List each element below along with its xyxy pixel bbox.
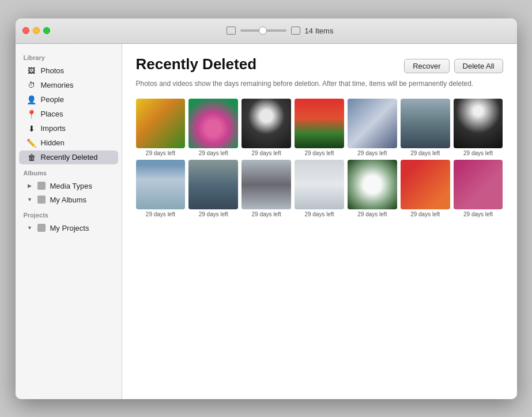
item-count: 14 Items bbox=[305, 27, 334, 35]
photo-thumb-14 bbox=[454, 160, 503, 209]
sidebar-item-media-types[interactable]: ▶ Media Types bbox=[19, 179, 118, 193]
photo-days-6: 29 days left bbox=[410, 150, 440, 156]
sidebar: Library 🖼 Photos ⏱ Memories 👤 People 📍 P… bbox=[16, 44, 122, 399]
sidebar-my-albums-label: My Albums bbox=[50, 196, 87, 204]
places-icon: 📍 bbox=[27, 110, 36, 119]
photo-item-14[interactable]: 29 days left bbox=[454, 160, 503, 217]
photo-days-5: 29 days left bbox=[357, 150, 387, 156]
sidebar-item-photos[interactable]: 🖼 Photos bbox=[19, 64, 118, 78]
my-projects-disclosure: ▼ bbox=[27, 225, 33, 231]
recover-button[interactable]: Recover bbox=[404, 59, 449, 73]
photo-days-14: 29 days left bbox=[463, 211, 493, 217]
sidebar-item-hidden[interactable]: ✏️ Hidden bbox=[19, 136, 118, 150]
photo-days-10: 29 days left bbox=[252, 211, 281, 217]
main-content: Recently Deleted Recover Delete All Phot… bbox=[122, 44, 517, 399]
sidebar-imports-label: Imports bbox=[41, 124, 66, 133]
photo-thumb-7 bbox=[454, 99, 503, 148]
hidden-icon: ✏️ bbox=[27, 138, 36, 148]
photo-item-13[interactable]: 29 days left bbox=[401, 160, 450, 217]
photo-days-7: 29 days left bbox=[463, 150, 493, 156]
header-buttons: Recover Delete All bbox=[404, 59, 503, 73]
sidebar-item-people[interactable]: 👤 People bbox=[19, 93, 118, 107]
photo-thumb-1 bbox=[136, 99, 186, 148]
photo-days-8: 29 days left bbox=[146, 211, 175, 217]
photo-item-6[interactable]: 29 days left bbox=[401, 99, 450, 156]
sidebar-item-memories[interactable]: ⏱ Memories bbox=[19, 78, 118, 92]
photo-thumb-6 bbox=[401, 99, 450, 148]
close-button[interactable] bbox=[22, 27, 29, 34]
photo-thumb-9 bbox=[188, 160, 238, 209]
photo-days-1: 29 days left bbox=[146, 150, 175, 156]
zoom-slider[interactable] bbox=[240, 29, 286, 32]
photo-item-3[interactable]: 29 days left bbox=[242, 99, 291, 156]
photo-days-9: 29 days left bbox=[199, 211, 228, 217]
albums-section-label: Albums bbox=[16, 165, 122, 179]
photo-days-11: 29 days left bbox=[304, 211, 334, 217]
sidebar-recently-deleted-label: Recently Deleted bbox=[41, 153, 98, 161]
sidebar-photos-label: Photos bbox=[41, 66, 64, 75]
photo-item-10[interactable]: 29 days left bbox=[242, 160, 291, 217]
main-header: Recently Deleted Recover Delete All bbox=[136, 55, 503, 73]
photo-item-9[interactable]: 29 days left bbox=[188, 160, 238, 217]
media-types-icon bbox=[37, 182, 46, 190]
sidebar-media-types-label: Media Types bbox=[50, 182, 92, 190]
library-section-label: Library bbox=[16, 50, 122, 63]
delete-all-button[interactable]: Delete All bbox=[454, 59, 503, 73]
maximize-button[interactable] bbox=[43, 27, 50, 34]
imports-icon: ⬇ bbox=[27, 124, 36, 133]
photo-item-1[interactable]: 29 days left bbox=[136, 99, 186, 156]
photo-days-3: 29 days left bbox=[252, 150, 281, 156]
sidebar-item-my-albums[interactable]: ▼ My Albums bbox=[19, 193, 118, 206]
photo-days-12: 29 days left bbox=[357, 211, 387, 217]
sidebar-item-my-projects[interactable]: ▼ My Projects bbox=[19, 221, 118, 235]
toolbar-center: 14 Items bbox=[50, 27, 510, 35]
photo-thumb-5 bbox=[348, 99, 397, 148]
my-projects-icon bbox=[37, 224, 46, 232]
photo-thumb-10 bbox=[242, 160, 291, 209]
trash-icon: 🗑 bbox=[27, 153, 36, 162]
sidebar-item-recently-deleted[interactable]: 🗑 Recently Deleted bbox=[19, 151, 118, 164]
app-window: 14 Items Library 🖼 Photos ⏱ Memories 👤 P… bbox=[16, 18, 517, 399]
sidebar-memories-label: Memories bbox=[41, 81, 74, 89]
my-albums-icon bbox=[37, 196, 46, 204]
photo-grid: 29 days left29 days left29 days left29 d… bbox=[136, 99, 503, 217]
traffic-lights bbox=[22, 27, 50, 34]
content-area: Library 🖼 Photos ⏱ Memories 👤 People 📍 P… bbox=[16, 44, 517, 399]
sidebar-people-label: People bbox=[41, 95, 64, 104]
grid-large-icon bbox=[291, 27, 300, 35]
photo-thumb-11 bbox=[295, 160, 344, 209]
photo-item-2[interactable]: 29 days left bbox=[188, 99, 238, 156]
media-types-disclosure: ▶ bbox=[27, 183, 33, 189]
subtitle-text: Photos and videos show the days remainin… bbox=[136, 79, 503, 89]
photo-thumb-13 bbox=[401, 160, 450, 209]
photo-thumb-2 bbox=[188, 99, 238, 148]
projects-section-label: Projects bbox=[16, 207, 122, 221]
page-title: Recently Deleted bbox=[136, 55, 257, 73]
sidebar-item-imports[interactable]: ⬇ Imports bbox=[19, 122, 118, 136]
people-icon: 👤 bbox=[27, 95, 36, 104]
photo-days-13: 29 days left bbox=[410, 211, 440, 217]
grid-icon bbox=[227, 27, 236, 35]
photo-item-7[interactable]: 29 days left bbox=[454, 99, 503, 156]
photos-icon: 🖼 bbox=[27, 66, 36, 76]
photo-item-5[interactable]: 29 days left bbox=[348, 99, 397, 156]
my-albums-disclosure: ▼ bbox=[27, 197, 33, 202]
photo-item-4[interactable]: 29 days left bbox=[295, 99, 344, 156]
photo-thumb-3 bbox=[242, 99, 291, 148]
titlebar: 14 Items bbox=[16, 18, 517, 44]
memories-icon: ⏱ bbox=[27, 81, 36, 90]
sidebar-hidden-label: Hidden bbox=[41, 138, 65, 147]
photo-item-12[interactable]: 29 days left bbox=[348, 160, 397, 217]
photo-thumb-4 bbox=[295, 99, 344, 148]
sidebar-item-places[interactable]: 📍 Places bbox=[19, 107, 118, 121]
photo-item-11[interactable]: 29 days left bbox=[295, 160, 344, 217]
sidebar-my-projects-label: My Projects bbox=[50, 224, 89, 232]
photo-days-2: 29 days left bbox=[199, 150, 228, 156]
sidebar-places-label: Places bbox=[41, 110, 63, 118]
photo-thumb-8 bbox=[136, 160, 186, 209]
minimize-button[interactable] bbox=[33, 27, 40, 34]
photo-item-8[interactable]: 29 days left bbox=[136, 160, 186, 217]
photo-thumb-12 bbox=[348, 160, 397, 209]
photo-days-4: 29 days left bbox=[304, 150, 334, 156]
